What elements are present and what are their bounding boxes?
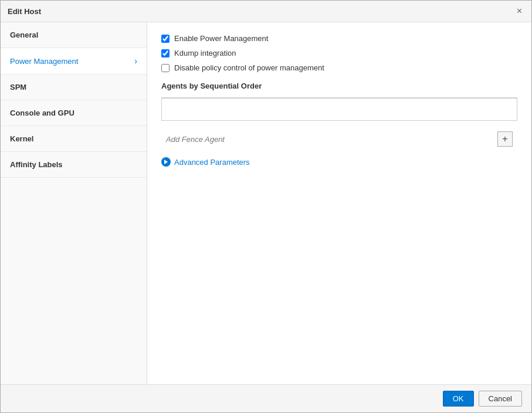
sidebar-item-affinity-labels[interactable]: Affinity Labels: [1, 152, 147, 178]
sidebar-item-affinity-labels-label: Affinity Labels: [10, 160, 63, 169]
enable-power-label[interactable]: Enable Power Management: [174, 34, 268, 43]
advanced-parameters-label: Advanced Parameters: [174, 158, 250, 167]
sidebar-item-power-management-label: Power Management: [10, 57, 78, 66]
ok-button[interactable]: OK: [443, 391, 474, 407]
cancel-button[interactable]: Cancel: [479, 391, 522, 407]
dialog-footer: OK Cancel: [1, 384, 531, 412]
add-fence-label: Add Fence Agent: [166, 135, 225, 144]
sidebar-item-kernel-label: Kernel: [10, 134, 33, 143]
edit-host-dialog: Edit Host × General Power Management › S…: [0, 0, 532, 413]
disable-policy-row: Disable policy control of power manageme…: [161, 63, 517, 72]
sidebar-item-kernel[interactable]: Kernel: [1, 126, 147, 152]
dialog-title: Edit Host: [8, 7, 41, 16]
agents-table-area: [161, 97, 517, 121]
sidebar-item-general[interactable]: General: [1, 22, 147, 48]
play-icon: [161, 157, 171, 167]
disable-policy-label[interactable]: Disable policy control of power manageme…: [174, 63, 324, 72]
sidebar-item-power-management[interactable]: Power Management ›: [1, 48, 147, 75]
add-fence-button[interactable]: +: [497, 131, 513, 147]
dialog-header: Edit Host ×: [1, 1, 531, 22]
kdump-label[interactable]: Kdump integration: [174, 49, 236, 57]
advanced-parameters-toggle[interactable]: Advanced Parameters: [161, 157, 517, 167]
sidebar: General Power Management › SPM Console a…: [1, 22, 147, 384]
enable-power-checkbox[interactable]: [161, 35, 170, 43]
sidebar-item-spm[interactable]: SPM: [1, 75, 147, 100]
disable-policy-checkbox[interactable]: [161, 64, 170, 72]
chevron-right-icon: ›: [134, 56, 137, 66]
enable-power-row: Enable Power Management: [161, 34, 517, 43]
sidebar-item-console-gpu-label: Console and GPU: [10, 109, 74, 117]
dialog-body: General Power Management › SPM Console a…: [1, 22, 531, 384]
add-fence-row: Add Fence Agent +: [161, 128, 517, 150]
sidebar-item-general-label: General: [10, 31, 38, 39]
main-content: Enable Power Management Kdump integratio…: [147, 22, 531, 384]
kdump-row: Kdump integration: [161, 49, 517, 57]
sidebar-item-spm-label: SPM: [10, 83, 26, 92]
kdump-checkbox[interactable]: [161, 49, 170, 57]
close-button[interactable]: ×: [514, 5, 524, 17]
table-divider: [162, 98, 517, 99]
agents-section-title: Agents by Sequential Order: [161, 82, 517, 90]
sidebar-item-console-gpu[interactable]: Console and GPU: [1, 100, 147, 126]
